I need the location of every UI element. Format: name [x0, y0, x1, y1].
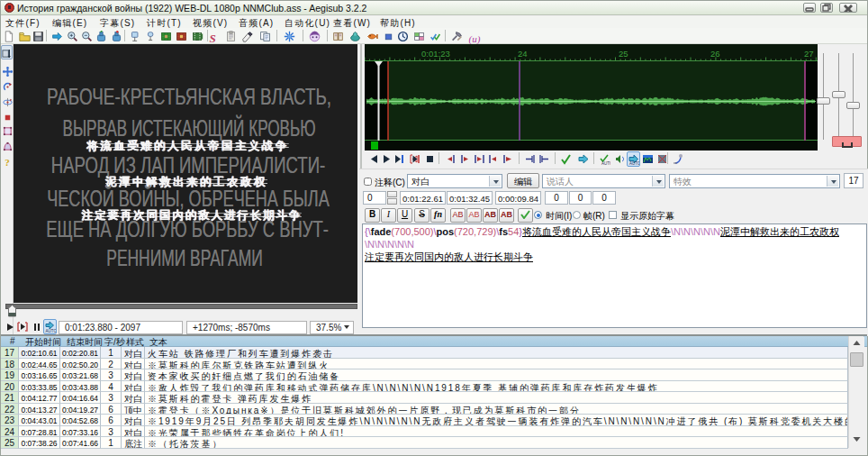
- svg-text:26: 26: [710, 49, 720, 59]
- svg-text:AUTO: AUTO: [629, 161, 639, 166]
- svg-text:AUTO: AUTO: [601, 161, 610, 166]
- svg-text:25: 25: [619, 49, 628, 59]
- svg-text:27: 27: [804, 49, 814, 59]
- svg-text:0:01:23: 0:01:23: [421, 49, 450, 59]
- svg-text:AUTO: AUTO: [46, 329, 57, 333]
- svg-text:24: 24: [518, 49, 528, 59]
